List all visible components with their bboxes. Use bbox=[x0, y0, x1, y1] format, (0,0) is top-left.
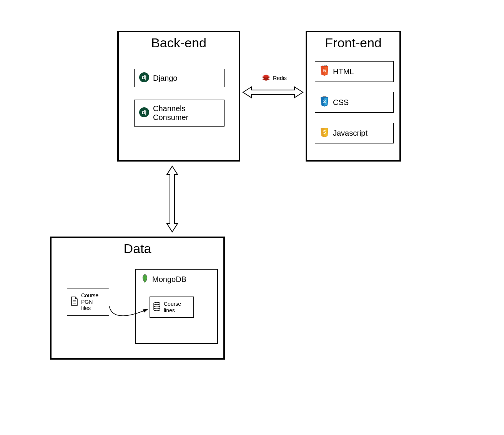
redis-icon bbox=[261, 73, 271, 83]
svg-text:dj: dj bbox=[142, 74, 146, 80]
svg-text:CSS: CSS bbox=[323, 96, 327, 97]
data-pgn-label: Course PGN files bbox=[81, 292, 98, 312]
svg-point-13 bbox=[154, 302, 160, 305]
data-pgn-box: Course PGN files bbox=[67, 288, 109, 316]
data-title: Data bbox=[52, 238, 223, 256]
backend-item-label: Channels Consumer bbox=[153, 104, 188, 122]
frontend-item-js: JS5 Javascript bbox=[315, 123, 394, 143]
frontend-item-css: CSS3 CSS bbox=[315, 92, 394, 113]
data-lines-box: Course lines bbox=[150, 297, 194, 318]
backend-item-django: dj Django bbox=[134, 69, 225, 87]
svg-text:dj: dj bbox=[142, 109, 146, 115]
data-mongo-label: MongoDB bbox=[152, 275, 186, 284]
svg-text:5: 5 bbox=[323, 68, 326, 73]
svg-text:5: 5 bbox=[323, 130, 326, 135]
frontend-item-label: Javascript bbox=[333, 129, 368, 138]
js-icon: JS5 bbox=[320, 127, 329, 139]
frontend-box: Front-end HTML5 HTML CSS3 CSS JS5 Javasc… bbox=[306, 31, 401, 162]
django-icon: dj bbox=[139, 72, 149, 84]
backend-title: Back-end bbox=[119, 32, 239, 50]
frontend-item-html: HTML5 HTML bbox=[315, 61, 394, 82]
database-icon bbox=[153, 302, 161, 313]
arrow-backend-frontend bbox=[242, 85, 304, 99]
arrow-backend-data bbox=[165, 165, 179, 233]
frontend-item-label: CSS bbox=[333, 98, 349, 107]
data-box: Data Course PGN files MongoDB Course lin… bbox=[50, 237, 225, 360]
arrow-pgn-to-lines bbox=[108, 305, 151, 323]
data-lines-label: Course lines bbox=[164, 301, 181, 314]
redis-connector: Redis bbox=[261, 73, 287, 83]
frontend-title: Front-end bbox=[307, 32, 399, 50]
redis-label: Redis bbox=[273, 75, 287, 81]
backend-box: Back-end dj Django dj Channels Consumer bbox=[117, 31, 240, 162]
svg-text:JS: JS bbox=[323, 127, 326, 128]
html-icon: HTML5 bbox=[320, 65, 329, 78]
file-icon bbox=[70, 297, 78, 307]
mongo-icon bbox=[141, 273, 149, 285]
backend-item-label: Django bbox=[153, 74, 177, 83]
frontend-item-label: HTML bbox=[333, 67, 354, 76]
django-icon: dj bbox=[139, 107, 149, 119]
css-icon: CSS3 bbox=[320, 96, 329, 108]
svg-text:3: 3 bbox=[323, 99, 326, 104]
svg-text:HTML: HTML bbox=[322, 65, 327, 66]
backend-item-channels: dj Channels Consumer bbox=[134, 100, 225, 127]
